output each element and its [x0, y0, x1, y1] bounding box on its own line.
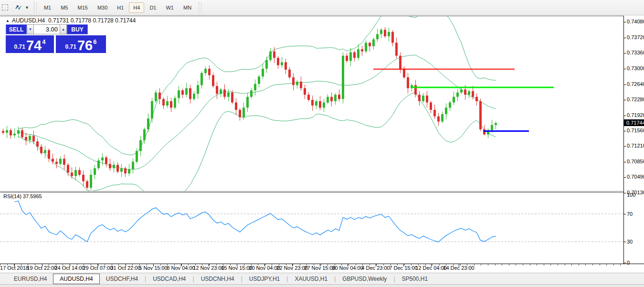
selection-icon[interactable] [2, 3, 11, 12]
candle-body [258, 76, 260, 84]
volume-up-button[interactable]: ▲ [60, 24, 67, 34]
rsi-label: RSI(14) 37.5965 [3, 193, 42, 199]
time-tick-label: 12 Dec 04:00 [415, 265, 446, 271]
candle-body [162, 99, 165, 106]
chevron-down-icon[interactable]: ▼ [25, 5, 29, 10]
chart-tab-gbpusd[interactable]: GBPUSD,Weekly [336, 274, 393, 284]
time-tick-label: 30 Nov 04:00 [332, 265, 363, 271]
sell-button[interactable]: SELL [6, 24, 27, 34]
candle-body [460, 89, 463, 92]
time-tick-label: 5 Nov 15:00 [139, 265, 167, 271]
buy-price-tile[interactable]: 0.71 76 6 [56, 35, 106, 53]
time-tick-label: 12 Nov 23:00 [193, 265, 224, 271]
ohlc-values: 0.71731 0.71778 0.71728 0.71744 [48, 17, 136, 24]
candle-body [71, 172, 73, 176]
styles-arrows-icon[interactable] [14, 3, 23, 12]
timeframe-button-mn[interactable]: MN [179, 2, 196, 13]
candle-body [403, 69, 405, 77]
time-tick-label: 15 Nov 15:00 [221, 265, 252, 271]
candle-body [59, 159, 62, 164]
sell-price-tile[interactable]: 0.71 74 4 [6, 35, 54, 53]
chart-tab-usdjpy[interactable]: USDJPY,H1 [243, 274, 286, 284]
candle-body [82, 175, 84, 181]
candle-body [17, 130, 20, 134]
indicator-separator[interactable] [0, 191, 623, 191]
price-tick-label: 0.71560 [627, 128, 644, 133]
rsi-tick [624, 242, 626, 242]
time-tick-label: 20 Nov 04:00 [249, 265, 280, 271]
rsi-tick-label: 30 [627, 239, 633, 244]
timeframe-button-d1[interactable]: D1 [145, 2, 160, 13]
candle-body [181, 90, 184, 95]
candle-body [212, 75, 214, 86]
price-tick-label: 0.73000 [627, 65, 644, 71]
chart-tab-usdchf[interactable]: USDCHF,H4 [100, 274, 144, 284]
volume-down-button[interactable]: ▼ [27, 24, 34, 34]
buy-price-prefix: 0.71 [65, 43, 76, 50]
chart-tab-eurusd[interactable]: EURUSD,H4 [8, 274, 53, 284]
time-tick-label: 19 Oct 22:00 [27, 265, 57, 271]
candle-body [369, 43, 371, 46]
candle-body [334, 95, 337, 101]
current-price-badge: 0.71744 [624, 119, 644, 126]
price-tick [624, 85, 626, 85]
buy-price-pip: 6 [93, 38, 96, 45]
candle-body [296, 82, 298, 85]
candle-body [97, 160, 100, 168]
collapse-arrow-icon[interactable]: ▲ [6, 19, 10, 23]
candle-body [193, 94, 195, 99]
price-tick [624, 162, 626, 162]
candle-body [231, 93, 233, 103]
price-scale[interactable]: 0.71744 0.740800.737200.733600.730000.72… [623, 16, 644, 264]
toolbar: ▼ M1M5M15M30H1H4D1W1MN [0, 0, 644, 15]
candle-body [189, 88, 191, 99]
candle-body [342, 56, 344, 99]
price-tick [624, 38, 626, 38]
toolbar-separator [199, 2, 201, 13]
candle-body [170, 101, 172, 108]
candle-body [94, 168, 96, 175]
timeframe-button-w1[interactable]: W1 [161, 2, 178, 13]
candle-body [158, 93, 161, 99]
candle-body [453, 97, 455, 103]
candle-body [269, 52, 272, 60]
time-tick-label: 17 Oct 2018 [0, 265, 29, 271]
candle-body [327, 97, 329, 103]
timeframe-button-m5[interactable]: M5 [56, 2, 72, 13]
price-tick-label: 0.74080 [627, 19, 644, 24]
timeframe-button-m15[interactable]: M15 [73, 2, 92, 13]
candle-body [216, 86, 218, 94]
time-tick-label: 14 Dec 23:00 [443, 265, 474, 271]
timeframe-button-h1[interactable]: H1 [113, 2, 128, 13]
candle-body [10, 130, 12, 136]
volume-input[interactable]: 3.00 [34, 24, 60, 34]
chart-tab-usdcnh[interactable]: USDCNH,H4 [195, 274, 241, 284]
chart-tab-audusd[interactable]: AUDUSD,H4 [53, 274, 99, 284]
candle-body [6, 130, 8, 133]
price-tick [624, 131, 626, 131]
price-tick-label: 0.73720 [627, 34, 644, 40]
candle-body [418, 95, 421, 101]
candle-body [262, 69, 264, 76]
candle-body [292, 77, 295, 85]
candle-body [449, 103, 451, 108]
candle-body [197, 85, 199, 94]
candle-body [178, 90, 180, 98]
time-tick-label: 24 Oct 14:00 [55, 265, 85, 271]
timeframe-button-h4[interactable]: H4 [129, 2, 144, 13]
timeframe-button-m1[interactable]: M1 [40, 2, 55, 13]
candle-body [155, 93, 157, 101]
buy-button[interactable]: BUY [67, 24, 88, 34]
candle-body [2, 131, 4, 133]
window-bottom-edge [0, 284, 644, 287]
price-tick-label: 0.73360 [627, 50, 644, 55]
candle-body [433, 110, 436, 117]
timeframe-button-m30[interactable]: M30 [93, 2, 112, 13]
chart-tab-xauusd[interactable]: XAUUSD,H1 [288, 274, 334, 284]
rsi-tick [624, 214, 626, 214]
candle-body [426, 96, 428, 103]
chart-tab-usdcad[interactable]: USDCAD,H4 [147, 274, 192, 284]
candle-body [346, 56, 348, 61]
rsi-indicator-chart[interactable] [0, 192, 623, 264]
chart-tab-sp500[interactable]: SP500,H1 [396, 274, 434, 284]
